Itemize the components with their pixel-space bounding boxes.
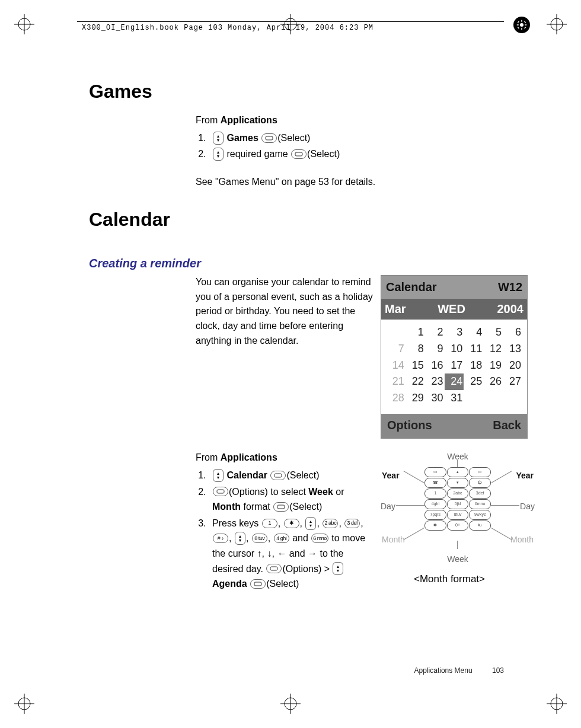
svg-rect-30	[217, 490, 224, 493]
svg-rect-22	[525, 24, 526, 25]
cal-step2-month: Month	[212, 502, 241, 512]
cal-step3-and: and	[292, 533, 308, 543]
calendar-step-2: (Options) to select Week or Month format…	[209, 484, 374, 515]
svg-rect-24	[524, 21, 526, 23]
crop-mark-icon	[14, 14, 34, 34]
screen-title-right: W12	[498, 278, 522, 296]
keypad-label-month-right: Month	[510, 534, 534, 547]
keypad-star-icon: ✱	[424, 521, 446, 531]
games-step-2: required game (Select)	[209, 146, 522, 162]
screen-year: 2004	[497, 300, 524, 318]
cal-step2-paren: (Select)	[289, 502, 322, 512]
nav-key-icon	[213, 469, 224, 482]
header-rule	[77, 21, 504, 22]
key-2-icon: 2 abc	[323, 519, 338, 528]
keypad-caption: <Month format>	[414, 571, 485, 587]
cal-step3-agenda: Agenda	[212, 579, 247, 589]
svg-rect-32	[270, 567, 277, 570]
screen-softkey-right: Back	[493, 416, 521, 435]
nav-key-icon	[213, 132, 224, 145]
cal-step1-paren: (Select)	[286, 470, 319, 480]
calendar-step-3: Press keys 1, ✱, , 2 abc, 3 def, # ♪, , …	[209, 516, 374, 592]
keypad-1-icon: 1	[424, 488, 446, 499]
softkey-icon	[213, 487, 228, 496]
screen-month: Mar	[385, 300, 406, 318]
key-1-icon: 1	[262, 519, 277, 528]
softkey-icon	[261, 133, 277, 143]
arrow-down-icon: ↓	[267, 548, 272, 558]
softkey-icon	[250, 579, 266, 589]
games-note: See "Games Menu" on page 53 for details.	[196, 175, 522, 190]
games-body: From Applications Games (Select) require…	[196, 113, 522, 190]
keypad-softkey-left-icon: ▭	[424, 467, 446, 477]
svg-rect-19	[521, 20, 522, 22]
step2-paren: (Select)	[307, 149, 340, 159]
keypad-label-year-right: Year	[516, 470, 534, 483]
softkey-icon	[291, 149, 307, 159]
nav-down-icon	[235, 532, 245, 545]
svg-rect-25	[518, 27, 519, 28]
keypad-4-icon: 4ghi	[424, 499, 446, 509]
svg-rect-31	[277, 505, 285, 509]
screen-title-left: Calendar	[386, 278, 437, 296]
cal-step2-or: or	[336, 487, 344, 497]
svg-rect-33	[254, 582, 261, 586]
crop-mark-icon	[547, 694, 567, 714]
svg-rect-21	[517, 24, 519, 25]
keypad-7-icon: 7pqrs	[424, 510, 446, 520]
crop-mark-icon	[280, 694, 301, 714]
calendar-step-1: Calendar (Select)	[209, 468, 374, 483]
cal-step3-options: (Options) >	[282, 564, 330, 574]
keypad-up-icon: ▴	[447, 467, 469, 477]
keypad-label-week-bottom: Week	[447, 553, 468, 566]
from-bold: Applications	[221, 115, 277, 125]
cal-step2-format: format	[243, 502, 270, 512]
svg-rect-26	[524, 27, 526, 28]
step1-paren: (Select)	[277, 133, 310, 143]
nav-key-icon	[213, 148, 224, 161]
footer-section: Applications Menu	[414, 666, 473, 675]
cal-step2-pre: (Options) to select	[229, 487, 306, 497]
svg-point-18	[520, 23, 523, 27]
from-applications-line-2: From Applications	[196, 451, 374, 465]
svg-rect-20	[521, 28, 522, 30]
calendar-screenshot: Calendar W12 Mar WED 2004 123456 7891011…	[381, 275, 528, 439]
key-8-icon: 8 tuv	[252, 534, 267, 543]
keypad-0-icon: 0+	[447, 521, 469, 531]
svg-rect-27	[266, 136, 273, 140]
from-applications-line: From Applications	[196, 113, 522, 128]
key-4-icon: 4 ghi	[274, 534, 289, 543]
heading-calendar: Calendar	[89, 209, 522, 231]
key-star-icon: ✱	[284, 519, 299, 528]
page-filestamp: X300_OI_English.book Page 103 Monday, Ap…	[82, 24, 374, 32]
calendar-grid: 123456 78910111213 14151617181920 212223…	[381, 320, 527, 414]
keypad-diagram: Week Year Year Day Day Month Month Week …	[381, 451, 535, 587]
cal-step1-label: Calendar	[226, 470, 267, 480]
keypad-6-icon: 6mno	[469, 499, 491, 509]
key-3-icon: 3 def	[344, 519, 360, 528]
keypad-label-month-left: Month	[382, 534, 405, 547]
from-text: From	[196, 115, 218, 125]
arrow-right-icon: →	[308, 548, 317, 558]
keypad-9-icon: 9wxyz	[469, 510, 491, 520]
key-6-icon: 6 mno	[311, 534, 328, 543]
crop-mark-icon	[14, 694, 34, 714]
svg-rect-28	[295, 152, 302, 156]
keypad-label-year-left: Year	[382, 470, 400, 483]
page-footer: Applications Menu 103	[414, 666, 504, 675]
heading-games: Games	[89, 81, 522, 103]
keypad-end-icon: ⏻	[469, 478, 491, 488]
footer-page-number: 103	[492, 666, 504, 675]
cal-step3-arrows-and: and	[289, 548, 305, 558]
subheading-creating-reminder: Creating a reminder	[89, 257, 522, 270]
softkey-icon	[266, 564, 282, 573]
from-text: From	[196, 452, 218, 462]
gear-icon	[513, 17, 530, 33]
keypad-label-day-left: Day	[381, 500, 395, 513]
svg-rect-23	[518, 21, 519, 23]
keypad-3-icon: 3def	[469, 488, 491, 499]
keypad-5-icon: 5jkl	[447, 499, 469, 509]
keypad-label-day-right: Day	[520, 500, 535, 513]
screen-softkey-left: Options	[387, 416, 432, 435]
games-step-1: Games (Select)	[209, 130, 522, 146]
